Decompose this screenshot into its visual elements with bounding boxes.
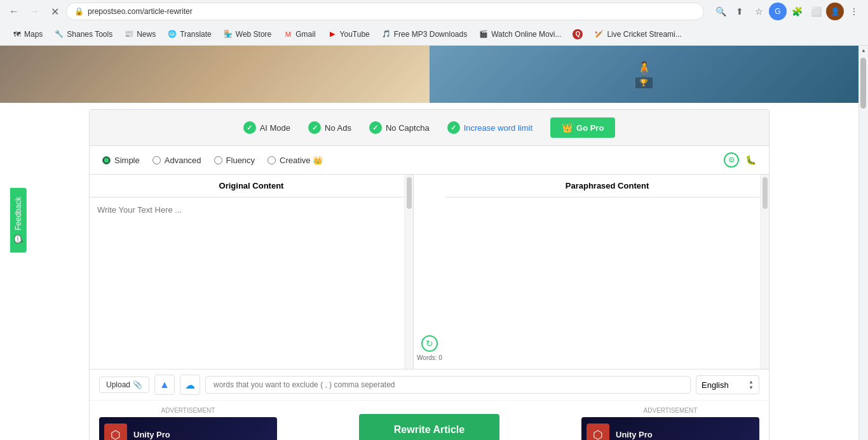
right-editor-scrollbar[interactable] (760, 175, 769, 369)
news-icon: 📰 (124, 29, 134, 39)
cloud-upload-button[interactable]: ☁ (180, 375, 200, 395)
upload-button[interactable]: Upload 📎 (99, 377, 149, 393)
bottom-toolbar: Upload 📎 ▲ ☁ English ▲ ▼ (90, 369, 769, 400)
bookmark-mp3[interactable]: 🎵 Free MP3 Downloads (376, 27, 472, 42)
left-editor-scrollbar[interactable] (404, 175, 413, 369)
right-ad-text: Unity Pro (616, 430, 653, 439)
profile-button[interactable]: G (769, 3, 787, 20)
mode-creative-label: Creative 👑 (280, 156, 323, 165)
maps-icon: 🗺 (11, 29, 22, 39)
center-panel: ↻ Words: 0 (414, 175, 445, 369)
no-captcha-label: No Captcha (386, 123, 430, 133)
go-pro-button[interactable]: 👑 Go Pro (550, 117, 615, 138)
no-ads-label: No Ads (325, 123, 351, 133)
back-button[interactable]: ← (5, 3, 23, 20)
paraphrased-content-textarea[interactable] (445, 197, 769, 369)
feedback-text: Feedback (14, 197, 23, 230)
bookmark-quora[interactable]: Q (567, 27, 588, 42)
reload-button[interactable]: ✕ (46, 3, 64, 20)
bookmark-cricket-label: Live Cricket Streami... (607, 30, 681, 39)
original-content-panel: Original Content (90, 175, 414, 369)
window-button[interactable]: ⬜ (807, 3, 825, 20)
url-text: prepostseo.com/article-rewriter (88, 7, 193, 16)
scroll-up-button[interactable]: ▲ (859, 46, 868, 55)
mode-creative[interactable]: Creative 👑 (268, 156, 323, 165)
paraphrased-content-panel: Paraphrased Content (445, 175, 769, 369)
language-arrows: ▲ ▼ (749, 379, 754, 390)
tool-container: ✓ AI Mode ✓ No Ads ✓ No Captcha ✓ Increa… (89, 109, 770, 440)
bookmark-shanes-tools-label: Shanes Tools (67, 30, 112, 39)
top-image-right: 🧍 🏆 (430, 46, 859, 103)
menu-button[interactable]: ⋮ (845, 3, 863, 20)
bookmark-movies[interactable]: 🎬 Watch Online Movi... (473, 27, 566, 42)
bookmark-web-store-label: Web Store (236, 30, 271, 39)
left-ad-banner[interactable]: ⬡ Unity Pro (99, 417, 277, 440)
avatar-button[interactable]: 👤 (826, 3, 844, 20)
bookmark-news[interactable]: 📰 News (119, 27, 161, 42)
right-ad-label: ADVERTISEMENT (644, 407, 698, 414)
right-scrollbar-thumb (763, 177, 768, 209)
bookmarks-bar: 🗺 Maps 🔧 Shanes Tools 📰 News 🌐 Translate… (0, 23, 868, 46)
left-scrollbar-thumb (407, 177, 412, 209)
rewrite-article-label: Rewrite Article (394, 424, 465, 435)
bookmark-maps[interactable]: 🗺 Maps (6, 27, 48, 42)
word-limit-link[interactable]: Increase word limit (464, 123, 532, 133)
bookmark-gmail-label: Gmail (295, 30, 315, 39)
mode-action-icons: ⚙ 🐛 (724, 152, 756, 168)
refresh-container: ↻ Words: 0 (417, 335, 442, 361)
bug-icon-button[interactable]: 🐛 (745, 152, 756, 168)
mode-simple[interactable]: Simple (102, 156, 140, 165)
bookmark-translate-label: Translate (180, 30, 212, 39)
bookmark-maps-label: Maps (24, 30, 43, 39)
lock-icon: 🔒 (74, 7, 84, 16)
no-ads-check: ✓ (308, 121, 321, 134)
scroll-thumb[interactable] (860, 58, 866, 109)
settings-icon-button[interactable]: ⚙ (724, 152, 739, 168)
left-ad-section: ADVERTISEMENT ⬡ Unity Pro (99, 407, 277, 440)
mode-advanced[interactable]: Advanced (153, 156, 201, 165)
quora-icon: Q (573, 29, 583, 39)
words-count: Words: 0 (417, 354, 442, 361)
search-button[interactable]: 🔍 (712, 3, 729, 20)
share-button[interactable]: ⬆ (731, 3, 749, 20)
movies-icon: 🎬 (478, 29, 489, 39)
mode-fluency-label: Fluency (226, 156, 255, 165)
bookmark-button[interactable]: ☆ (750, 3, 768, 20)
mode-selector: Simple Advanced Fluency Creative 👑 (90, 146, 769, 175)
original-content-header: Original Content (90, 175, 413, 197)
web-store-icon: 🏪 (223, 29, 233, 39)
bookmark-translate[interactable]: 🌐 Translate (162, 27, 217, 42)
editor-area: Original Content ↻ Words: 0 (90, 175, 769, 369)
rewrite-article-button[interactable]: Rewrite Article (359, 414, 499, 441)
language-value: English (702, 380, 729, 390)
extension-button[interactable]: 🧩 (788, 3, 806, 20)
ai-mode-check: ✓ (243, 121, 256, 134)
mode-simple-label: Simple (114, 156, 140, 165)
right-ad-section: ADVERTISEMENT ⬡ Unity Pro (581, 407, 759, 440)
cloud-icon: ☁ (185, 379, 195, 391)
bookmark-gmail[interactable]: M Gmail (278, 27, 320, 42)
right-ad-banner[interactable]: ⬡ Unity Pro (581, 417, 759, 440)
forward-button[interactable]: → (25, 3, 43, 20)
rewrite-btn-container: Rewrite Article (283, 414, 575, 441)
bookmark-web-store[interactable]: 🏪 Web Store (218, 27, 276, 42)
google-drive-button[interactable]: ▲ (154, 375, 175, 395)
bookmark-movies-label: Watch Online Movi... (491, 30, 561, 39)
exclude-words-input[interactable] (205, 376, 691, 394)
paperclip-icon: 📎 (133, 380, 142, 389)
mode-advanced-label: Advanced (165, 156, 201, 165)
feedback-sidebar[interactable]: 💬 Feedback (10, 188, 27, 253)
bookmark-cricket[interactable]: 🏏 Live Cricket Streami... (589, 27, 686, 42)
address-bar[interactable]: 🔒 prepostseo.com/article-rewriter (66, 3, 704, 20)
no-captcha-feature: ✓ No Captcha (369, 121, 430, 134)
bookmark-shanes-tools[interactable]: 🔧 Shanes Tools (49, 27, 118, 42)
paraphrased-content-header: Paraphrased Content (445, 175, 769, 197)
word-limit-feature: ✓ Increase word limit (447, 121, 532, 134)
page-scrollbar[interactable]: ▲ ▼ (858, 46, 868, 440)
left-ad-label: ADVERTISEMENT (161, 407, 215, 414)
bookmark-youtube[interactable]: ▶ YouTube (322, 27, 375, 42)
original-content-textarea[interactable] (90, 197, 413, 369)
mode-fluency[interactable]: Fluency (214, 156, 255, 165)
language-selector[interactable]: English ▲ ▼ (696, 375, 759, 394)
left-ad-icon: ⬡ (104, 423, 127, 441)
